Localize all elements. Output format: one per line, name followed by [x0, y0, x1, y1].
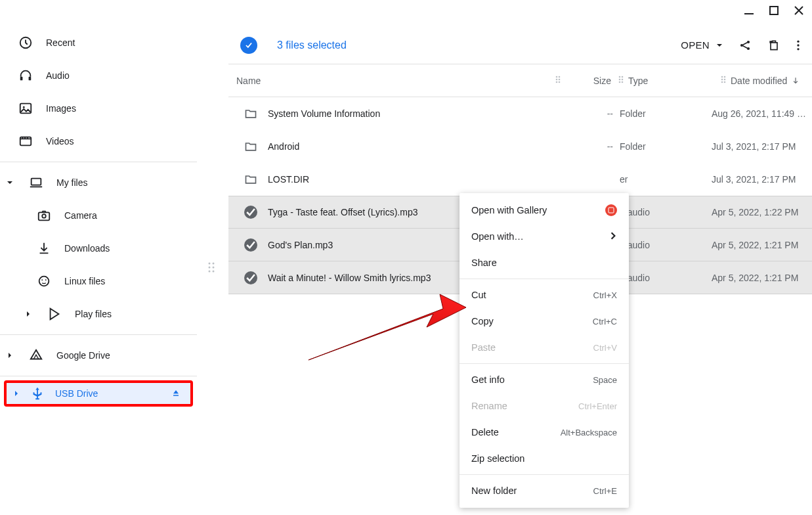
ctx-new-folder[interactable]: New folder Ctrl+E [459, 478, 629, 504]
sidebar-item-myfiles[interactable]: My files [0, 166, 197, 199]
svg-point-6 [23, 106, 25, 108]
svg-rect-9 [39, 212, 50, 220]
sidebar-item-label: Videos [46, 136, 74, 146]
file-date: Jul 3, 2021, 2:17 PM [712, 141, 812, 152]
sidebar: Recent Audio Images Videos My files Came… [0, 26, 197, 407]
share-button[interactable] [738, 39, 752, 52]
svg-rect-44 [609, 208, 614, 213]
svg-rect-0 [744, 13, 754, 14]
selection-check-icon[interactable] [240, 37, 257, 54]
file-row[interactable]: System Volume Information--FolderAug 26,… [228, 97, 812, 130]
svg-point-13 [45, 279, 47, 280]
folder-icon [240, 107, 261, 120]
sidebar-item-label: Downloads [64, 243, 110, 254]
sidebar-item-label: USB Drive [55, 388, 98, 399]
svg-point-42 [721, 81, 723, 83]
sidebar-item-downloads[interactable]: Downloads [0, 232, 197, 265]
svg-point-39 [724, 76, 726, 78]
ctx-open-with[interactable]: Open with… [459, 223, 629, 250]
sidebar-item-camera[interactable]: Camera [0, 199, 197, 232]
folder-icon [240, 173, 261, 186]
column-name[interactable]: Name [236, 76, 555, 86]
svg-rect-1 [770, 7, 778, 14]
play-store-icon [47, 307, 62, 321]
separator [459, 474, 629, 475]
svg-point-40 [721, 79, 723, 81]
open-button[interactable]: OPEN [681, 39, 723, 51]
selected-check-icon [240, 271, 261, 284]
svg-point-31 [559, 81, 561, 83]
sidebar-item-videos[interactable]: Videos [0, 125, 197, 158]
sidebar-item-usb-drive[interactable]: USB Drive [4, 380, 193, 407]
file-row[interactable]: Android--FolderJul 3, 2021, 2:17 PM [228, 130, 812, 163]
headphones-icon [18, 68, 33, 83]
file-date: Apr 5, 2022, 1:22 PM [712, 207, 812, 217]
sidebar-item-label: Recent [46, 37, 75, 48]
svg-point-17 [213, 267, 215, 269]
eject-icon[interactable] [171, 388, 181, 400]
separator [459, 363, 629, 364]
ctx-get-info[interactable]: Get info Space [459, 367, 629, 393]
svg-point-36 [619, 81, 621, 83]
sidebar-item-audio[interactable]: Audio [0, 59, 197, 92]
svg-point-25 [797, 48, 799, 50]
column-type[interactable]: Type [628, 76, 720, 86]
file-row[interactable]: LOST.DIRerJul 3, 2021, 2:17 PM [228, 163, 812, 196]
svg-point-18 [209, 271, 211, 273]
sidebar-item-linux[interactable]: Linux files [0, 265, 197, 298]
file-type: 3 audio [620, 207, 712, 217]
column-grip-icon[interactable] [720, 75, 727, 86]
chevron-right-icon [25, 311, 32, 317]
sidebar-item-recent[interactable]: Recent [0, 26, 197, 59]
svg-point-24 [797, 44, 799, 46]
laptop-icon [29, 175, 43, 190]
sidebar-item-label: Images [46, 103, 76, 114]
sidebar-item-play[interactable]: Play files [0, 298, 197, 330]
separator [459, 279, 629, 279]
ctx-share[interactable]: Share [459, 250, 629, 276]
svg-point-15 [213, 263, 215, 265]
window-minimize-button[interactable] [744, 5, 754, 16]
svg-point-33 [622, 76, 624, 78]
sidebar-item-label: My files [56, 177, 87, 188]
sidebar-item-images[interactable]: Images [0, 92, 197, 125]
linux-icon [37, 274, 51, 288]
svg-point-26 [556, 76, 558, 78]
window-close-button[interactable] [794, 5, 804, 16]
svg-rect-8 [32, 179, 41, 185]
ctx-zip[interactable]: Zip selection [459, 445, 629, 472]
ctx-copy[interactable]: Copy Ctrl+C [459, 308, 629, 334]
sidebar-item-label: Camera [64, 210, 97, 221]
ctx-paste: Paste Ctrl+V [459, 334, 629, 361]
delete-button[interactable] [767, 39, 780, 52]
file-date: Jul 3, 2021, 2:17 PM [712, 174, 812, 185]
ctx-cut[interactable]: Cut Ctrl+X [459, 282, 629, 308]
file-date: Aug 26, 2021, 11:49 … [712, 108, 812, 119]
svg-point-27 [559, 76, 561, 78]
more-options-button[interactable] [796, 39, 800, 52]
column-grip-icon[interactable] [618, 75, 624, 86]
sidebar-item-label: Google Drive [56, 350, 110, 361]
sidebar-item-gdrive[interactable]: Google Drive [0, 339, 197, 372]
video-icon [18, 134, 33, 148]
drag-handle-icon[interactable] [207, 261, 215, 275]
separator [0, 376, 197, 376]
chevron-right-icon [7, 352, 13, 359]
file-name: LOST.DIR [261, 174, 567, 185]
column-size[interactable]: Size [565, 76, 618, 86]
sidebar-item-label: Linux files [64, 276, 105, 286]
ctx-open-gallery[interactable]: Open with Gallery [459, 197, 629, 223]
selected-check-icon [240, 206, 261, 219]
file-name: Android [261, 141, 567, 152]
column-date[interactable]: Date modified [731, 76, 812, 86]
svg-point-28 [556, 79, 558, 81]
clock-icon [18, 35, 33, 50]
ctx-delete[interactable]: Delete Alt+Backspace [459, 419, 629, 445]
svg-point-14 [209, 263, 211, 265]
svg-point-34 [619, 79, 621, 81]
window-maximize-button[interactable] [769, 5, 779, 16]
column-grip-icon[interactable] [555, 75, 561, 86]
file-type: Folder [620, 141, 712, 152]
chevron-down-icon [7, 179, 13, 186]
drive-icon [29, 348, 43, 363]
